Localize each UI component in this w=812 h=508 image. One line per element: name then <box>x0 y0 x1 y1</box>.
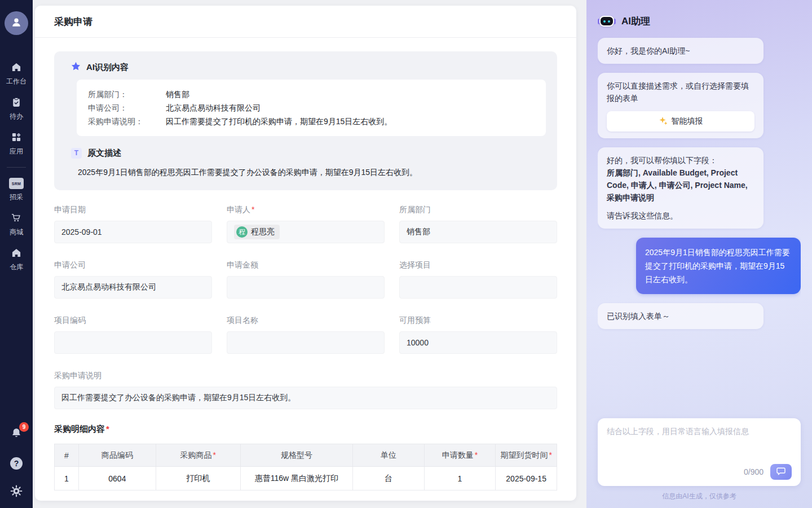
ai-assistant-panel: AI助理 你好，我是你的AI助理~ 你可以直接描述需求，或自行选择需要填报的表单… <box>586 0 812 508</box>
sidebar: 工作台 待办 应用 SRM 招采 商城 仓库 9 <box>0 0 33 508</box>
project-select-input[interactable] <box>399 276 557 299</box>
clipboard-check-icon <box>10 96 23 108</box>
person-icon <box>10 16 23 30</box>
ai-recognition-fields: 所属部门： 销售部 申请公司： 北京易点易动科技有限公司 采购申请说明： 因工作… <box>77 80 546 136</box>
budget-input[interactable] <box>399 331 557 354</box>
field-label: 项目编码 <box>54 316 212 326</box>
sidebar-item-procurement[interactable]: SRM 招采 <box>9 178 24 202</box>
warehouse-icon <box>10 247 23 259</box>
detail-table: # 商品编码 采购商品 规格型号 单位 申请数量 期望到货时间 1 0604 打… <box>54 444 557 491</box>
department-input[interactable] <box>399 221 557 243</box>
sidebar-bottom: 9 ? <box>10 427 23 500</box>
card-body: AI识别内容 所属部门： 销售部 申请公司： 北京易点易动科技有限公司 采购申请… <box>35 38 576 501</box>
col-spec: 规格型号 <box>240 444 353 467</box>
field-label: 申请金额 <box>227 260 385 270</box>
original-text-header: T 原文描述 <box>71 145 546 161</box>
sidebar-item-label: 仓库 <box>10 262 23 272</box>
field-apply-date: 申请日期 <box>54 205 212 243</box>
original-text: 2025年9月1日销售部的程思亮因工作需要提交了办公设备的采购申请，期望在9月1… <box>78 167 546 178</box>
field-project-name: 项目名称 <box>227 316 385 354</box>
srm-badge-icon: SRM <box>9 178 24 189</box>
smart-fill-label: 智能填报 <box>672 116 703 126</box>
send-chat-icon <box>776 467 785 477</box>
notification-badge: 9 <box>19 422 29 432</box>
sidebar-item-warehouse[interactable]: 仓库 <box>10 247 23 272</box>
ai-recognition-box: AI识别内容 所属部门： 销售部 申请公司： 北京易点易动科技有限公司 采购申请… <box>54 51 557 190</box>
sidebar-item-label: 招采 <box>10 192 23 202</box>
person-name: 程思亮 <box>251 227 275 237</box>
page-title: 采购申请 <box>54 15 92 28</box>
help-button[interactable]: ? <box>10 457 23 470</box>
field-label: 采购申请说明 <box>54 371 557 381</box>
bell-icon <box>10 432 23 442</box>
fields-intro: 好的，我可以帮你填以下字段： <box>607 154 754 167</box>
chat-input[interactable] <box>607 426 792 464</box>
question-icon: ? <box>14 459 19 468</box>
notifications-button[interactable]: 9 <box>10 427 23 443</box>
amount-input[interactable] <box>227 276 385 299</box>
ai-disclaimer: 信息由AI生成，仅供参考 <box>598 486 801 508</box>
sidebar-item-label: 商城 <box>10 227 23 237</box>
fields-outro: 请告诉我这些信息。 <box>607 209 754 222</box>
company-input[interactable] <box>54 276 212 299</box>
cell-expected-date: 2025-09-15 <box>496 467 557 491</box>
ai-field-label: 申请公司： <box>88 101 166 115</box>
home-icon <box>10 61 23 73</box>
assistant-message-ack: 已识别填入表单～ <box>598 303 764 329</box>
fields-list: 所属部门, Available Budget, Project Code, 申请… <box>607 167 754 204</box>
ai-field-row: 采购申请说明： 因工作需要提交了打印机的采购申请，期望在9月15日左右收到。 <box>88 115 535 128</box>
sidebar-item-todo[interactable]: 待办 <box>10 96 23 121</box>
person-avatar: 程 <box>236 226 248 238</box>
ai-recognition-header: AI识别内容 <box>71 59 546 75</box>
prompt-text: 你可以直接描述需求，或自行选择需要填报的表单 <box>607 80 754 104</box>
col-unit: 单位 <box>353 444 425 467</box>
col-index: # <box>55 444 79 467</box>
project-name-input[interactable] <box>227 331 385 354</box>
applicant-input[interactable]: 程 程思亮 <box>227 221 385 243</box>
field-label: 申请日期 <box>54 205 212 215</box>
sidebar-item-label: 待办 <box>10 112 23 121</box>
cell-spec: 惠普116w 黑白激光打印 <box>240 467 353 491</box>
char-counter: 0/900 <box>744 467 764 476</box>
user-message: 2025年9月1日销售部的程思亮因工作需要提交了打印机的采购申请，期望在9月15… <box>636 238 801 294</box>
person-tag: 程 程思亮 <box>234 225 280 239</box>
description-input[interactable] <box>54 387 557 409</box>
field-amount: 申请金额 <box>227 260 385 299</box>
ai-recognition-title: AI识别内容 <box>86 62 129 73</box>
form-grid: 申请日期 申请人 程 程思亮 所属部门 <box>54 205 557 371</box>
settings-button[interactable] <box>10 484 23 500</box>
detail-table-title: 采购明细内容 <box>54 424 557 435</box>
field-project-select: 选择项目 <box>399 260 557 299</box>
star-icon <box>71 62 81 73</box>
sidebar-item-apps[interactable]: 应用 <box>10 131 23 156</box>
assistant-message-greeting: 你好，我是你的AI助理~ <box>598 38 764 64</box>
sidebar-item-workbench[interactable]: 工作台 <box>6 61 27 86</box>
send-button[interactable] <box>770 464 792 480</box>
table-header-row: # 商品编码 采购商品 规格型号 单位 申请数量 期望到货时间 <box>55 444 557 467</box>
cell-unit: 台 <box>353 467 425 491</box>
smart-fill-button[interactable]: 智能填报 <box>607 111 754 132</box>
ai-field-row: 申请公司： 北京易点易动科技有限公司 <box>88 101 535 115</box>
project-code-input[interactable] <box>54 331 212 354</box>
field-label: 项目名称 <box>227 316 385 326</box>
sparkles-icon <box>659 116 668 127</box>
sidebar-divider <box>7 167 26 168</box>
ai-field-label: 所属部门： <box>88 87 166 101</box>
card-header: 采购申请 <box>35 6 576 38</box>
field-project-code: 项目编码 <box>54 316 212 354</box>
ai-field-row: 所属部门： 销售部 <box>88 87 535 101</box>
field-label: 可用预算 <box>399 316 557 326</box>
sidebar-item-mall[interactable]: 商城 <box>10 212 23 237</box>
user-avatar[interactable] <box>5 11 28 35</box>
purchase-request-card: 采购申请 AI识别内容 所属部门： 销售部 申请公司： <box>35 6 576 501</box>
cart-icon <box>10 212 23 224</box>
ai-field-value: 北京易点易动科技有限公司 <box>166 101 261 115</box>
ai-field-label: 采购申请说明： <box>88 115 166 128</box>
ai-field-value: 因工作需要提交了打印机的采购申请，期望在9月15日左右收到。 <box>166 115 392 128</box>
apply-date-input[interactable] <box>54 221 212 243</box>
cell-index: 1 <box>55 467 79 491</box>
field-budget: 可用预算 <box>399 316 557 354</box>
ai-assistant-header: AI助理 <box>598 0 801 37</box>
chat-input-bottom: 0/900 <box>607 464 792 480</box>
field-label: 申请人 <box>227 205 385 215</box>
